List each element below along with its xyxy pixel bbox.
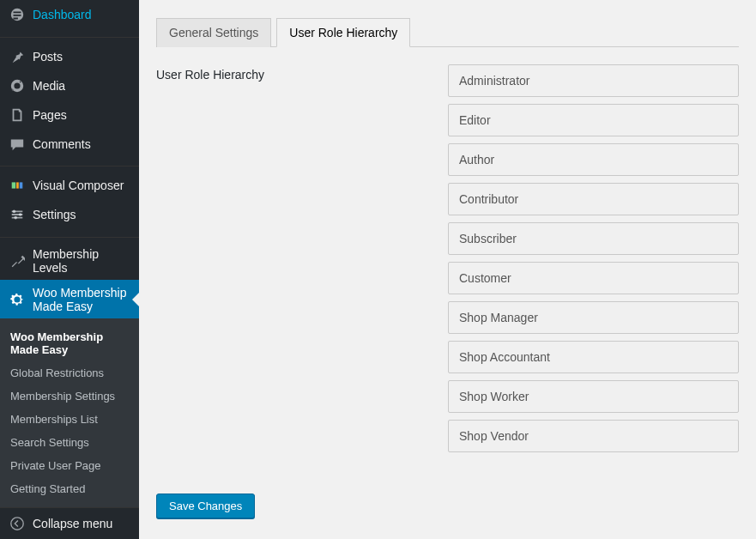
- dashboard-icon: [9, 6, 26, 23]
- svg-point-3: [11, 518, 23, 530]
- role-item[interactable]: Editor: [448, 104, 739, 136]
- sidebar-item-pages[interactable]: Pages: [0, 100, 139, 130]
- sidebar-item-woo-membership[interactable]: Woo Membership Made Easy: [0, 280, 139, 318]
- submenu-item-getting-started[interactable]: Getting Started: [0, 477, 139, 500]
- sidebar-item-settings[interactable]: Settings: [0, 200, 139, 229]
- media-icon: [9, 77, 26, 94]
- tab-general-settings[interactable]: General Settings: [156, 18, 271, 47]
- tab-user-role-hierarchy[interactable]: User Role Hierarchy: [276, 18, 410, 47]
- submenu-item-main[interactable]: Woo Membership Made Easy: [0, 325, 139, 361]
- collapse-section: Collapse menu: [0, 507, 139, 539]
- sidebar-item-label: Dashboard: [33, 8, 92, 21]
- sidebar-item-label: Woo Membership Made Easy: [33, 286, 130, 313]
- sidebar-item-label: Comments: [33, 137, 91, 151]
- menu-separator: [0, 233, 139, 238]
- collapse-menu-button[interactable]: Collapse menu: [0, 508, 139, 539]
- composer-icon: [9, 177, 26, 194]
- role-item[interactable]: Contributor: [448, 183, 739, 215]
- role-item[interactable]: Administrator: [448, 64, 739, 97]
- submenu-item-private-user-page[interactable]: Private User Page: [0, 454, 139, 477]
- comments-icon: [9, 136, 26, 153]
- submenu-item-memberships-list[interactable]: Memberships List: [0, 408, 139, 431]
- pin-icon: [9, 48, 26, 65]
- sidebar-item-label: Posts: [33, 50, 63, 64]
- tabs: General Settings User Role Hierarchy: [156, 17, 739, 47]
- save-changes-button[interactable]: Save Changes: [156, 494, 255, 518]
- sidebar-item-label: Visual Composer: [33, 179, 124, 192]
- svg-point-2: [14, 216, 17, 220]
- sidebar-item-visual-composer[interactable]: Visual Composer: [0, 171, 139, 200]
- sidebar-item-label: Media: [33, 79, 65, 93]
- role-hierarchy-list: Administrator Editor Author Contributor …: [448, 64, 739, 459]
- role-item[interactable]: Customer: [448, 262, 739, 294]
- sliders-icon: [9, 206, 26, 223]
- section-label: User Role Hierarchy: [156, 64, 448, 82]
- sidebar-item-posts[interactable]: Posts: [0, 42, 139, 71]
- sidebar-item-dashboard[interactable]: Dashboard: [0, 0, 139, 29]
- main-content: General Settings User Role Hierarchy Use…: [139, 0, 756, 539]
- gear-icon: [9, 291, 26, 308]
- tools-icon: [9, 252, 26, 270]
- role-item[interactable]: Shop Worker: [448, 380, 739, 413]
- sidebar-item-comments[interactable]: Comments: [0, 130, 139, 159]
- role-item[interactable]: Shop Manager: [448, 301, 739, 334]
- submenu-item-search-settings[interactable]: Search Settings: [0, 431, 139, 454]
- form-row: User Role Hierarchy Administrator Editor…: [156, 64, 739, 459]
- admin-sidebar: Dashboard Posts Media Pages Comments Vis…: [0, 0, 139, 539]
- collapse-label: Collapse menu: [33, 517, 112, 530]
- svg-point-0: [13, 210, 16, 214]
- svg-point-1: [19, 213, 22, 216]
- page-icon: [9, 106, 26, 124]
- role-item[interactable]: Subscriber: [448, 222, 739, 255]
- sidebar-item-label: Settings: [33, 208, 76, 221]
- sidebar-item-media[interactable]: Media: [0, 71, 139, 100]
- menu-separator: [0, 163, 139, 167]
- sidebar-item-label: Pages: [33, 108, 67, 122]
- collapse-icon: [9, 515, 26, 532]
- submenu-item-global-restrictions[interactable]: Global Restrictions: [0, 361, 139, 385]
- menu-separator: [0, 33, 139, 38]
- submenu: Woo Membership Made Easy Global Restrict…: [0, 318, 139, 507]
- sidebar-item-membership-levels[interactable]: Membership Levels: [0, 242, 139, 281]
- sidebar-item-label: Membership Levels: [33, 247, 130, 275]
- submenu-item-membership-settings[interactable]: Membership Settings: [0, 385, 139, 408]
- role-item[interactable]: Shop Vendor: [448, 420, 739, 452]
- role-item[interactable]: Shop Accountant: [448, 341, 739, 373]
- role-item[interactable]: Author: [448, 143, 739, 176]
